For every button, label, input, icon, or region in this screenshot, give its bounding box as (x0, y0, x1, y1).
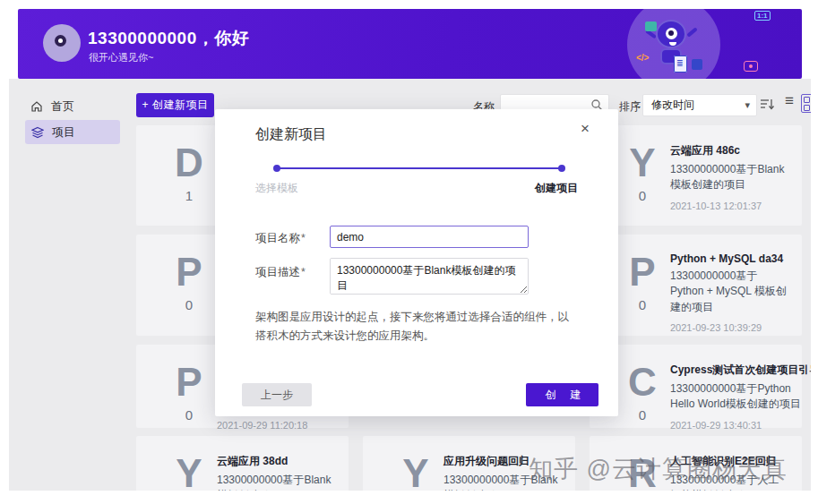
grid-view-icon[interactable] (801, 94, 811, 113)
avatar-eye-icon (55, 35, 66, 47)
project-desc-textarea[interactable]: 13300000000基于Blank模板创建的项目 (330, 258, 529, 295)
project-desc: 13300000000基于Python + MySQL 模板创建的项目 (670, 269, 789, 315)
project-card[interactable]: Y0 云端应用 486c13300000000基于Blank模板创建的项目202… (590, 125, 802, 226)
project-count: 0 (615, 407, 670, 423)
project-desc: 13300000000基于人工智能模板创建的项目 (670, 473, 789, 491)
camera-icon (744, 61, 758, 72)
step-label-choose-template: 选择模板 (255, 181, 298, 196)
project-initial: Y (388, 452, 443, 491)
sidebar-item-home[interactable]: 首页 (30, 98, 74, 115)
robot-mascot-icon (656, 20, 686, 48)
project-count: 0 (161, 407, 217, 423)
project-count: 0 (161, 297, 217, 312)
project-count: 0 (615, 188, 670, 203)
square-icon (692, 59, 702, 70)
step-label-create-project: 创建项目 (535, 181, 578, 196)
project-title: Python + MySQL da34 (670, 252, 789, 265)
project-card[interactable]: P0 Python + MySQL da3413300000000基于Pytho… (590, 235, 802, 336)
project-card[interactable]: Y 应用升级问题回归13300000000基于Blank模板创建的项目 (363, 436, 575, 491)
architecture-note: 架构图是应用设计的起点，接下来您将通过选择合适的组件，以搭积木的方式来设计您的应… (255, 308, 580, 345)
avatar (43, 24, 81, 62)
robot-eye-icon (666, 28, 677, 39)
sort-select-value: 修改时间 (651, 98, 694, 111)
required-mark: * (301, 266, 306, 278)
project-date: 2021-10-13 12:01:37 (670, 201, 789, 211)
project-title: Cypress测试首次创建项目引导 (670, 363, 811, 378)
project-title: 云端应用 486c (670, 143, 789, 158)
previous-step-button[interactable]: 上一步 (242, 383, 312, 406)
welcome-banner: 13300000000，你好 很开心遇见你~ </> 1:1 (18, 9, 802, 79)
create-button[interactable]: 创 建 (526, 383, 598, 406)
step-dot-template (273, 165, 280, 172)
list-view-icon[interactable]: ≡ (785, 92, 794, 110)
modal-title: 创建新项目 (255, 125, 327, 144)
project-initial: P (615, 251, 670, 294)
greeting-text: 13300000000，你好 (88, 27, 249, 50)
sidebar-item-label: 项目 (52, 124, 75, 141)
sidebar-item-projects[interactable]: 项目 (25, 120, 120, 144)
sidebar-item-label: 首页 (51, 98, 74, 115)
create-project-button[interactable]: + 创建新项目 (136, 93, 214, 117)
project-desc-label: 项目描述* (255, 265, 306, 280)
project-count: 1 (161, 188, 217, 203)
sort-order-icon[interactable] (760, 98, 775, 111)
project-card[interactable]: Y 云端应用 38dd13300000000基于Blank模板创建的项目 (136, 436, 349, 491)
project-desc: 13300000000基于Blank模板创建的项目 (670, 162, 789, 193)
project-date: 2021-09-23 10:39:29 (670, 322, 789, 333)
code-icon: </> (636, 53, 649, 63)
close-icon[interactable]: × (576, 120, 594, 138)
project-card[interactable]: R 人工智能识别E2E回归13300000000基于人工智能模板创建的项目 (590, 436, 802, 491)
create-project-modal: 创建新项目 × 选择模板 创建项目 项目名称* 项目描述* 1330000000… (215, 109, 618, 416)
project-date: 2021-09-29 11:20:18 (217, 420, 336, 431)
project-initial: R (615, 452, 670, 491)
project-initial: C (615, 361, 670, 404)
stepper-line (276, 167, 563, 169)
project-name-input[interactable] (330, 226, 529, 248)
project-initial: P (161, 361, 217, 404)
sort-select[interactable]: 修改时间 ▾ (642, 94, 757, 116)
home-icon (30, 100, 43, 113)
layers-icon (31, 126, 44, 139)
project-desc: 13300000000基于Blank模板创建的项目 (217, 473, 336, 491)
greeting-subtitle: 很开心遇见你~ (89, 51, 153, 64)
project-card[interactable]: C0 Cypress测试首次创建项目引导13300000000基于Python … (590, 345, 802, 428)
project-desc: 13300000000基于Blank模板创建的项目 (443, 473, 563, 491)
ratio-tag-icon: 1:1 (754, 11, 771, 21)
chip-icon (645, 21, 657, 31)
robot-mouth-icon (669, 42, 676, 46)
sort-label: 排序 (619, 99, 641, 115)
project-count: 0 (615, 297, 670, 312)
required-mark: * (301, 232, 306, 244)
project-date: 2021-09-29 13:40:31 (670, 420, 811, 431)
project-initial: D (161, 141, 217, 184)
project-initial: P (161, 251, 217, 294)
project-desc: 13300000000基于Python Hello World模板创建的项目 (670, 381, 811, 413)
document-icon (674, 56, 687, 73)
project-initial: Y (615, 141, 670, 184)
step-dot-create (558, 165, 565, 172)
project-name-label: 项目名称* (255, 231, 306, 246)
project-title: 云端应用 38dd (217, 454, 336, 469)
project-title: 应用升级问题回归 (443, 454, 563, 469)
project-initial: Y (161, 452, 217, 491)
chevron-down-icon: ▾ (745, 95, 750, 115)
project-title: 人工智能识别E2E回归 (670, 454, 789, 469)
